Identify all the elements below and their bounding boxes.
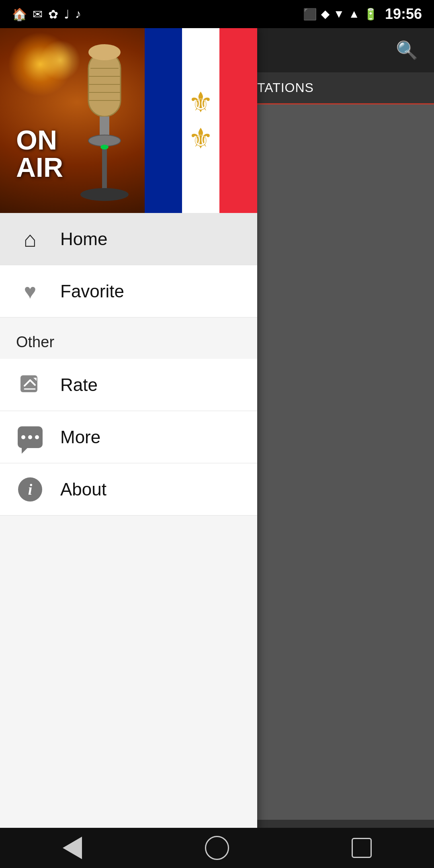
- svg-rect-9: [102, 146, 107, 194]
- more-icon: [16, 423, 44, 451]
- background-content: 🔍 TATIONS ⏸: [245, 28, 434, 868]
- favorite-label: Favorite: [60, 281, 124, 301]
- heart-icon: ♥: [16, 277, 44, 305]
- other-section-header: Other: [0, 317, 257, 359]
- cast-icon: ⬛: [303, 8, 317, 21]
- about-label: About: [60, 479, 106, 500]
- home-icon: ⌂: [16, 225, 44, 253]
- status-bar-right: ⬛ ◆ ▼ ▲ 🔋 19:56: [303, 6, 422, 23]
- home-nav-icon: [205, 836, 229, 860]
- search-icon[interactable]: 🔍: [396, 40, 418, 61]
- microphone-image: [64, 44, 145, 213]
- arrow-up-icon: ◆: [321, 8, 329, 20]
- menu-item-about[interactable]: i About: [0, 463, 257, 516]
- back-icon: [63, 837, 82, 859]
- home-label: Home: [60, 229, 107, 249]
- music2-icon: ♪: [75, 7, 81, 21]
- flag-blue: [145, 28, 182, 213]
- other-section-title: Other: [16, 334, 54, 350]
- menu-item-favorite[interactable]: ♥ Favorite: [0, 265, 257, 317]
- fleur-de-lis-1: ⚜: [188, 88, 213, 117]
- wifi-icon: ▼: [333, 8, 344, 20]
- recents-button[interactable]: [338, 834, 386, 862]
- recents-icon: [352, 838, 372, 858]
- nav-bar: [0, 828, 434, 868]
- signal-icon: ▲: [348, 8, 360, 20]
- menu-item-more[interactable]: More: [0, 411, 257, 463]
- status-bar: 🏠 ✉ ✿ ♩ ♪ ⬛ ◆ ▼ ▲ 🔋 19:56: [0, 0, 434, 28]
- drawer-hero: ⚜ ⚜ ON AIR: [0, 28, 257, 213]
- main-layout: 🔍 TATIONS ⏸: [0, 28, 434, 868]
- background-tabs: TATIONS: [245, 72, 434, 104]
- on-air-text: ON AIR: [16, 126, 63, 181]
- background-header: 🔍: [245, 28, 434, 72]
- svg-point-11: [100, 145, 108, 149]
- music-icon: ♩: [64, 7, 70, 21]
- drawer: ⚜ ⚜ ON AIR ⌂ Home ♥: [0, 28, 257, 868]
- flag-red: [219, 28, 257, 213]
- flag-white: ⚜ ⚜: [182, 28, 219, 213]
- svg-point-8: [88, 135, 121, 146]
- menu-item-rate[interactable]: Rate: [0, 359, 257, 411]
- tab-stations-label: TATIONS: [245, 80, 326, 95]
- svg-point-10: [80, 188, 129, 201]
- french-flag: ⚜ ⚜: [145, 28, 257, 213]
- sim-icon: 🏠: [12, 7, 27, 21]
- svg-point-6: [88, 44, 121, 60]
- home-button[interactable]: [193, 834, 241, 862]
- status-bar-left: 🏠 ✉ ✿ ♩ ♪: [12, 7, 81, 21]
- info-icon: i: [16, 475, 44, 504]
- status-time: 19:56: [385, 6, 422, 23]
- drawer-menu: ⌂ Home ♥ Favorite Other: [0, 213, 257, 868]
- camera-icon: ✿: [48, 7, 58, 21]
- back-button[interactable]: [48, 834, 96, 862]
- battery-icon: 🔋: [364, 8, 378, 21]
- more-label: More: [60, 427, 100, 447]
- email-icon: ✉: [33, 7, 43, 21]
- fleur-de-lis-2: ⚜: [188, 125, 213, 153]
- rate-label: Rate: [60, 375, 98, 395]
- rate-icon: [16, 371, 44, 399]
- menu-item-home[interactable]: ⌂ Home: [0, 213, 257, 265]
